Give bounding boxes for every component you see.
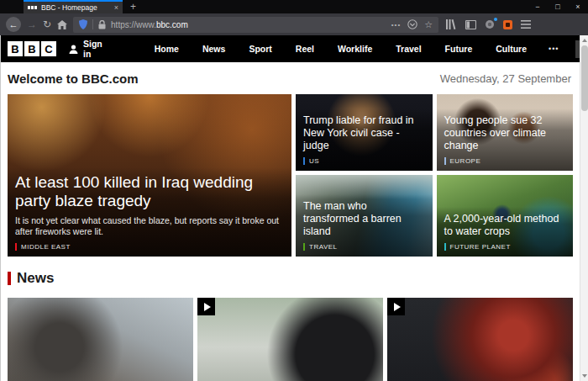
category-color-bar: [303, 157, 305, 165]
story-overlay: Young people sue 32 countries over clima…: [437, 108, 574, 171]
welcome-heading: Welcome to BBC.com: [8, 71, 139, 86]
forward-button[interactable]: →: [27, 19, 37, 29]
tab-close-icon[interactable]: ×: [114, 3, 118, 12]
story-category: EUROPE: [444, 157, 566, 165]
scroll-up-icon[interactable]: [582, 39, 587, 42]
maximize-button[interactable]: □: [548, 0, 568, 13]
story-overlay: At least 100 killed in Iraq wedding part…: [8, 167, 291, 257]
browser-window: BBC - Homepage × + − □ × ← → ↻ https://w…: [0, 0, 588, 381]
hero-grid: At least 100 killed in Iraq wedding part…: [8, 94, 573, 257]
extension-notification-dot: [494, 18, 497, 21]
date-label: Wednesday, 27 September: [440, 72, 571, 85]
story-category: US: [303, 157, 425, 165]
nav-item-home[interactable]: Home: [143, 44, 191, 54]
nav-item-future[interactable]: Future: [433, 44, 485, 54]
sign-in-button[interactable]: Sign in: [68, 39, 102, 59]
tab-title: BBC - Homepage: [41, 3, 110, 12]
tab-bar: BBC - Homepage × + − □ ×: [0, 0, 588, 13]
page-actions-icon[interactable]: •••: [391, 21, 401, 29]
story-category: TRAVEL: [303, 243, 425, 251]
lock-icon[interactable]: [98, 20, 106, 29]
story-climate-lawsuit[interactable]: Young people sue 32 countries over clima…: [437, 94, 574, 171]
nav-item-news[interactable]: News: [191, 44, 237, 54]
nav-item-culture[interactable]: Culture: [484, 44, 538, 54]
sidebar-toggle-icon[interactable]: [465, 20, 476, 29]
category-label: TRAVEL: [309, 243, 338, 251]
url-domain: bbc.com: [156, 20, 188, 29]
category-color-bar: [444, 157, 446, 165]
bbc-primary-nav: Home News Sport Reel Worklife Travel Fut…: [143, 44, 570, 54]
play-icon: [197, 298, 215, 315]
menu-icon[interactable]: [521, 20, 531, 29]
back-button[interactable]: ←: [6, 17, 21, 32]
news-thumb-1[interactable]: [8, 298, 193, 381]
news-section: News: [8, 270, 573, 381]
new-tab-button[interactable]: +: [123, 0, 144, 13]
story-headline: Trump liable for fraud in New York civil…: [303, 114, 425, 152]
extension-icon[interactable]: [485, 19, 495, 29]
reload-button[interactable]: ↻: [43, 19, 51, 29]
masthead: Welcome to BBC.com Wednesday, 27 Septemb…: [1, 62, 588, 94]
story-headline: At least 100 killed in Iraq wedding part…: [15, 173, 284, 211]
category-color-bar: [15, 243, 17, 251]
url-scheme: https://www.: [111, 20, 156, 29]
news-thumb-2[interactable]: [197, 298, 383, 381]
url-text: https://www.bbc.com: [111, 20, 386, 29]
library-icon[interactable]: [446, 19, 457, 29]
story-barren-island[interactable]: The man who transformed a barren island …: [296, 175, 433, 257]
story-trump-fraud[interactable]: Trump liable for fraud in New York civil…: [296, 94, 433, 171]
category-color-bar: [303, 243, 305, 251]
window-controls: − □ ×: [528, 0, 588, 13]
news-thumb-3[interactable]: [387, 298, 573, 381]
category-label: MIDDLE EAST: [21, 243, 71, 251]
scroll-down-icon[interactable]: [582, 374, 587, 378]
category-color-bar: [444, 243, 446, 251]
toolbar-right-icons: [446, 19, 531, 29]
category-label: US: [309, 157, 319, 165]
play-icon: [387, 298, 405, 315]
nav-item-reel[interactable]: Reel: [284, 44, 326, 54]
navigation-toolbar: ← → ↻ https://www.bbc.com ••• ☆: [0, 13, 588, 35]
close-window-button[interactable]: ×: [568, 0, 588, 13]
bbc-favicon-icon: [28, 6, 37, 9]
urlbar-divider: [92, 19, 93, 29]
story-overlay: Trump liable for fraud in New York civil…: [296, 108, 433, 171]
scrollbar-thumb[interactable]: [581, 45, 588, 111]
extension-orange-icon[interactable]: [503, 20, 512, 29]
tracking-shield-icon[interactable]: [79, 19, 87, 29]
sign-in-label: Sign in: [83, 39, 102, 59]
nav-item-worklife[interactable]: Worklife: [326, 44, 384, 54]
category-label: EUROPE: [450, 157, 481, 165]
category-label: FUTURE PLANET: [450, 243, 511, 251]
nav-item-sport[interactable]: Sport: [237, 44, 283, 54]
bbc-logo-block: C: [41, 41, 56, 56]
story-category: MIDDLE EAST: [15, 243, 284, 251]
home-button[interactable]: [57, 20, 67, 29]
urlbar-actions: ••• ☆: [391, 19, 433, 30]
minimize-button[interactable]: −: [528, 0, 548, 13]
page-content: B B C Sign in Home News Sport Reel Workl…: [0, 35, 588, 381]
story-summary: It is not yet clear what caused the blaz…: [15, 215, 284, 238]
story-headline: A 2,000-year-old method to water crops: [444, 213, 566, 238]
story-overlay: The man who transformed a barren island …: [296, 194, 433, 257]
tab-bbc-homepage[interactable]: BBC - Homepage ×: [24, 0, 123, 13]
page-scrollbar[interactable]: [580, 35, 588, 381]
story-headline: Young people sue 32 countries over clima…: [444, 114, 566, 152]
story-water-crops[interactable]: A 2,000-year-old method to water crops F…: [437, 175, 574, 257]
pocket-icon[interactable]: [407, 19, 417, 29]
hero-middle-column: Trump liable for fraud in New York civil…: [296, 94, 433, 257]
section-accent-bar: [8, 272, 11, 285]
news-section-heading[interactable]: News: [17, 270, 54, 287]
bookmark-star-icon[interactable]: ☆: [424, 19, 433, 30]
story-category: FUTURE PLANET: [444, 243, 566, 251]
hero-right-column: Young people sue 32 countries over clima…: [437, 94, 574, 257]
story-overlay: A 2,000-year-old method to water crops F…: [437, 207, 574, 257]
bbc-logo-block: B: [8, 41, 23, 56]
address-bar[interactable]: https://www.bbc.com ••• ☆: [73, 17, 438, 33]
story-iraq-blaze[interactable]: At least 100 killed in Iraq wedding part…: [8, 94, 291, 257]
bbc-header: B B C Sign in Home News Sport Reel Workl…: [1, 35, 588, 62]
nav-item-travel[interactable]: Travel: [384, 44, 433, 54]
nav-more-icon[interactable]: •••: [538, 45, 569, 53]
bbc-logo-block: B: [24, 41, 39, 56]
bbc-logo[interactable]: B B C: [8, 41, 56, 56]
